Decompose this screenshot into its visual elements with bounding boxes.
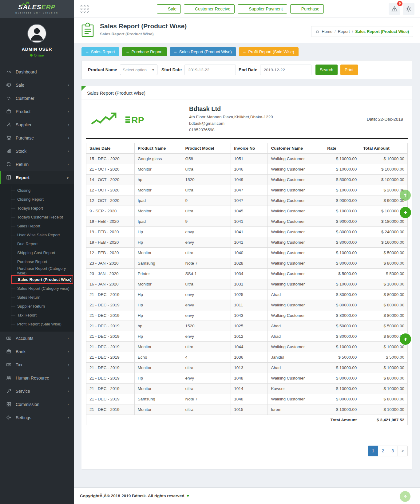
pagination-page-2[interactable]: 2 [378,446,388,456]
brand-logo: SALESERP Business ERP Solution [0,0,74,18]
start-date-input[interactable] [184,65,236,75]
submenu-item-purchase-report[interactable]: Purchase Report [0,257,74,266]
tab-sales-report-product-wise-[interactable]: ≡Sales Report (Product Wise) [170,47,236,56]
table-row: 21 - DEC - 2019Hpenvy1048Walking Custome… [86,373,408,383]
table-row: 16 - JAN - 2020Monitorultra1031Walking C… [86,279,408,289]
submenu-item-tax-report[interactable]: Tax Report [0,311,74,320]
apps-grid-icon[interactable] [81,5,89,13]
pagination-page-1[interactable]: 1 [368,446,378,456]
panel-title: Sales Report (Product Wise) [81,86,412,100]
user-profile: ADMIN USER Online [0,18,74,65]
scroll-top-button[interactable] [400,491,410,502]
stock-icon [6,148,11,154]
company-email: bdtask@gmail.com [189,120,367,127]
topbar: SaleCustomer ReceiveSupplier PaymentPurc… [74,0,420,18]
sidebar-item-product[interactable]: Product‹ [0,105,74,118]
cart-icon [295,6,299,11]
sidebar-item-sale[interactable]: Sale‹ [0,78,74,92]
sidebar-item-return[interactable]: Return‹ [0,158,74,171]
chevron-left-icon: ‹ [68,363,69,367]
filter-panel: Product Name Select option▼ Start Date E… [81,60,412,79]
product-select[interactable]: Select option▼ [120,65,157,75]
submenu-item-supplier-return[interactable]: Supplier Return [0,302,74,311]
sidebar-item-tax[interactable]: Tax‹ [0,358,74,371]
settings-button[interactable] [403,3,414,15]
submenu-item-user-wise-sales-report[interactable]: User Wise Sales Report [0,230,74,239]
avatar [27,24,46,43]
start-date-label: Start Date [161,67,182,72]
submenu-item-closing[interactable]: Closing [0,186,74,195]
sidebar-item-commission[interactable]: Commission‹ [0,398,74,411]
column-header-sales-date: Sales Date [86,143,135,153]
column-header-invoice-no: Invoice No [231,143,268,153]
submenu-item-profit-report-sale-wise-[interactable]: Profit Report (Sale Wise) [0,320,74,329]
submenu-item-sales-report[interactable]: Sales Report [0,222,74,230]
table-row: 21 - DEC - 2019Hpenvy1043Walking Custome… [86,310,408,321]
search-button[interactable]: Search [315,65,338,75]
breadcrumb-current: Sales Report (Product Wise) [355,29,409,34]
sidebar-item-supplier[interactable]: Supplier‹ [0,118,74,131]
sidebar-item-report[interactable]: Report∨ [0,171,74,184]
sidebar-item-accounts[interactable]: Accounts‹ [0,332,74,345]
total-amount-label: Total Amount [324,415,360,425]
trend-arrow-icon [21,2,31,6]
alerts-button[interactable]: 0 [389,3,400,15]
app-window: SALESERP Business ERP Solution ADMIN USE… [0,0,420,504]
table-row: 19 - FEB - 2020Ipad91041Walking Customer… [86,216,408,226]
scale-icon [161,6,166,11]
customer-receive-button[interactable]: Customer Receive [184,4,235,14]
submenu-item-due-report[interactable]: Due Report [0,239,74,248]
chevron-down-icon: ∨ [66,175,69,180]
sidebar-item-purchase[interactable]: Purchase‹ [0,131,74,144]
submenu-item-todays-report[interactable]: Todays Report [0,204,74,213]
sidebar-item-service[interactable]: Service‹ [0,384,74,398]
breadcrumb-home[interactable]: Home [322,29,332,34]
submenu-item-shipping-cost-report[interactable]: Shipping Cost Report [0,248,74,257]
pagination-page-3[interactable]: 3 [388,446,398,456]
breadcrumb-report[interactable]: Report [338,29,350,34]
submenu-item-sales-report-category-wise-[interactable]: Sales Report (Category wise) [0,284,74,293]
table-header-row: Sales DateProduct NameProduct ModelInvoi… [86,143,408,153]
sidebar-item-stock[interactable]: Stock‹ [0,144,74,158]
tab-profit-report-sale-wise-[interactable]: ≡Profit Report (Sale Wise) [239,47,299,56]
bank-icon [6,349,11,354]
table-row: 21 - DEC - 2019Monitorultra1014Kawser$ 1… [86,383,408,394]
product-name-label: Product Name [88,67,117,72]
column-header-product-model: Product Model [182,143,231,153]
table-row: 15 - DEC - 2020Google glassG581051Walkin… [86,153,408,164]
submenu-item-closing-report[interactable]: Closing Report [0,195,74,204]
table-row: 19 - FEB - 2020Hpenvy1041Walking Custome… [86,237,408,247]
company-info: Bdtask Ltd 4th Floor Mannan Plaza,Khilkh… [181,105,367,133]
sidebar-item-settings[interactable]: Settings‹ [0,411,74,424]
online-dot-icon [30,54,33,57]
submenu-item-purchase-report-category-wise-[interactable]: Purchase Report (Category wise) [0,266,74,275]
sidebar-item-dashboard[interactable]: Dashboard [0,65,74,78]
column-header-rate: Rate [324,143,360,153]
scroll-top-button[interactable] [400,333,411,345]
chevron-left-icon: ‹ [68,349,69,354]
home-icon [315,30,319,33]
submenu-item-sales-return[interactable]: Sales Return [0,293,74,302]
print-button[interactable]: Print [340,65,358,75]
submenu-item-todays-customer-receipt[interactable]: Todays Customer Receipt [0,213,74,222]
sidebar-item-customer[interactable]: Customer‹ [0,92,74,105]
footer: CopyrightÃ‚Â© 2018-2019 Bdtask. All righ… [74,487,420,504]
supplier-payment-button[interactable]: Supplier Payment [238,4,287,14]
purchase-button[interactable]: Purchase [290,4,324,14]
sale-button[interactable]: Sale [157,4,181,14]
sidebar-item-bank[interactable]: Bank‹ [0,345,74,358]
sidebar-item-human-resource[interactable]: Human Resource‹ [0,371,74,384]
pagination-next[interactable]: > [398,446,408,456]
column-header-total-amount: Total Amount [360,143,408,153]
scroll-top-button[interactable] [400,207,411,218]
gear-icon [406,6,412,12]
scroll-top-button[interactable] [400,190,411,201]
accounts-icon [6,336,11,341]
table-row: 23 - JAN - 2020SamsungNote 71028Walking … [86,258,408,268]
report-table-wrap: Sales DateProduct NameProduct ModelInvoi… [81,139,412,425]
tab-sales-report[interactable]: ≡Sales Report [81,47,119,56]
tab-purchase-report[interactable]: ≡Purchase Report [122,47,167,56]
user-name: ADMIN USER [0,47,74,52]
submenu-item-sales-report-product-wise-[interactable]: Sales Report (Product Wise) [11,275,73,284]
end-date-input[interactable] [260,65,311,75]
